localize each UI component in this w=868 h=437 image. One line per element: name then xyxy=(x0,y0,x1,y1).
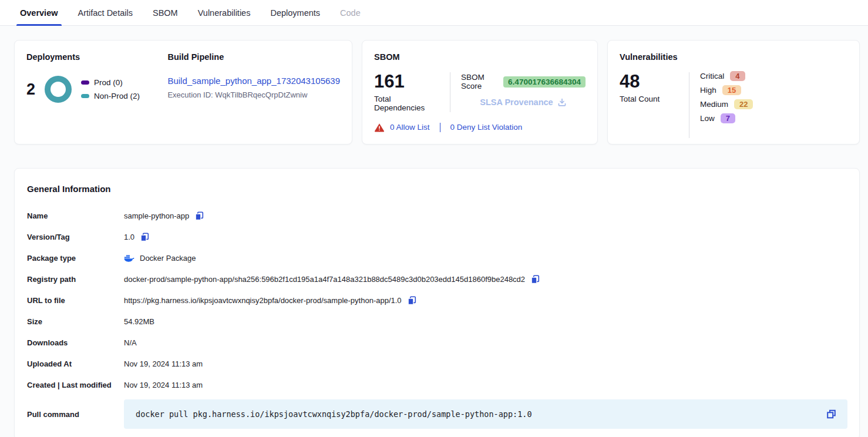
sbom-card: SBOM 161 Total Dependencies SBOM Score 6… xyxy=(362,40,598,144)
docker-icon xyxy=(124,254,134,263)
info-row-size: Size 54.92MB xyxy=(27,315,847,328)
legend-item-nonprod: Non-Prod (2) xyxy=(81,92,140,100)
tab-vulnerabilities-label: Vulnerabilities xyxy=(198,8,251,18)
severity-critical-label: Critical xyxy=(700,72,724,80)
severity-row-medium: Medium 22 xyxy=(700,99,753,109)
copy-registry-path-button[interactable] xyxy=(530,274,540,284)
created-modified-label: Created | Last modified xyxy=(27,381,124,389)
deployments-donut-chart xyxy=(45,76,72,103)
severity-high-badge: 15 xyxy=(722,85,741,95)
severity-row-critical: Critical 4 xyxy=(700,71,753,81)
severity-medium-badge: 22 xyxy=(734,99,753,109)
severity-low-label: Low xyxy=(700,114,715,123)
deployments-title: Deployments xyxy=(26,52,167,62)
url-to-file-label: URL to file xyxy=(27,296,124,305)
copy-name-button[interactable] xyxy=(194,211,204,221)
vulnerabilities-total: 48 xyxy=(620,71,678,92)
info-row-pull-command: Pull command docker pull pkg.harness.io/… xyxy=(27,399,847,429)
tab-deployments[interactable]: Deployments xyxy=(269,0,321,25)
legend-item-prod: Prod (0) xyxy=(81,78,140,87)
deployments-card: Deployments 2 Prod (0) Non-Prod (2) Buil… xyxy=(14,40,352,144)
info-row-version: Version/Tag 1.0 xyxy=(27,230,847,244)
sbom-total-label: Total Dependencies xyxy=(374,95,439,112)
info-row-registry-path: Registry path docker-prod/sample-python-… xyxy=(27,273,847,286)
severity-low-badge: 7 xyxy=(721,113,735,123)
nonprod-legend-label: Non-Prod (2) xyxy=(94,92,140,100)
tab-overview-label: Overview xyxy=(20,8,58,18)
name-value: sample-python-app xyxy=(124,211,189,220)
allow-list-link[interactable]: 0 Allow List xyxy=(390,123,430,132)
registry-path-value: docker-prod/sample-python-app/sha256:596… xyxy=(124,275,525,284)
nonprod-legend-swatch xyxy=(81,94,89,98)
slsa-provenance-link[interactable]: SLSA Provenance xyxy=(461,98,586,107)
downloads-label: Downloads xyxy=(27,338,124,347)
info-row-uploaded-at: Uploaded At Nov 19, 2024 11:13 am xyxy=(27,357,847,371)
build-pipeline-title: Build Pipeline xyxy=(167,52,340,62)
tab-sbom[interactable]: SBOM xyxy=(152,0,179,25)
summary-cards-row: Deployments 2 Prod (0) Non-Prod (2) Buil… xyxy=(0,26,868,144)
sbom-divider xyxy=(450,72,450,112)
tab-artifact-details[interactable]: Artifact Details xyxy=(77,0,134,25)
size-label: Size xyxy=(27,317,124,326)
deployments-legend: Prod (0) Non-Prod (2) xyxy=(81,78,140,100)
deployments-section: Deployments 2 Prod (0) Non-Prod (2) xyxy=(26,52,167,132)
deny-list-link[interactable]: 0 Deny List Violation xyxy=(450,123,523,132)
sbom-total: 161 xyxy=(374,71,439,92)
size-value: 54.92MB xyxy=(124,317,154,326)
deployments-total: 2 xyxy=(26,80,35,99)
sbom-total-block: 161 Total Dependencies xyxy=(374,71,439,112)
vulnerabilities-divider xyxy=(689,72,689,138)
severity-list: Critical 4 High 15 Medium 22 Low 7 xyxy=(700,71,753,123)
info-row-name: Name sample-python-app xyxy=(27,209,847,223)
uploaded-at-value: Nov 19, 2024 11:13 am xyxy=(124,359,203,368)
tab-sbom-label: SBOM xyxy=(153,8,178,18)
copy-url-button[interactable] xyxy=(407,295,417,305)
vulnerabilities-total-block: 48 Total Count xyxy=(620,71,678,103)
created-modified-value: Nov 19, 2024 11:13 am xyxy=(124,381,203,389)
copy-version-button[interactable] xyxy=(140,232,150,242)
vulnerabilities-total-label: Total Count xyxy=(620,95,678,103)
severity-high-label: High xyxy=(700,86,716,95)
pull-command-value: docker pull pkg.harness.io/ikpsjoavtcwxn… xyxy=(136,409,532,419)
tab-artifact-details-label: Artifact Details xyxy=(78,8,133,18)
info-row-downloads: Downloads N/A xyxy=(27,336,847,349)
vulnerabilities-card: Vulnerabilities 48 Total Count Critical … xyxy=(607,40,860,144)
sbom-score-label: SBOM Score xyxy=(461,73,499,90)
sbom-score-badge: 6.470017636684304 xyxy=(503,76,586,88)
tab-code-label: Code xyxy=(340,8,361,18)
tab-overview[interactable]: Overview xyxy=(19,0,59,25)
severity-critical-badge: 4 xyxy=(730,71,745,81)
download-icon xyxy=(557,98,567,107)
severity-medium-label: Medium xyxy=(700,100,728,109)
downloads-value: N/A xyxy=(124,338,137,347)
slsa-provenance-label: SLSA Provenance xyxy=(480,98,553,107)
allow-deny-separator xyxy=(440,123,440,132)
name-label: Name xyxy=(27,211,124,220)
url-to-file-value: https://pkg.harness.io/ikpsjoavtcwxnqisy… xyxy=(124,296,402,305)
package-type-label: Package type xyxy=(27,254,124,263)
version-tag-label: Version/Tag xyxy=(27,233,124,241)
sbom-title: SBOM xyxy=(374,52,586,62)
severity-row-high: High 15 xyxy=(700,85,753,95)
pipeline-link[interactable]: Build_sample_python_app_1732043105639 xyxy=(167,76,340,86)
vulnerabilities-title: Vulnerabilities xyxy=(620,52,847,62)
warning-triangle-icon xyxy=(374,123,385,132)
info-row-url: URL to file https://pkg.harness.io/ikpsj… xyxy=(27,294,847,307)
general-information-card: General Information Name sample-python-a… xyxy=(14,168,860,437)
pull-command-label: Pull command xyxy=(27,410,124,419)
registry-path-label: Registry path xyxy=(27,275,124,284)
tab-deployments-label: Deployments xyxy=(270,8,320,18)
tab-bar: Overview Artifact Details SBOM Vulnerabi… xyxy=(0,0,868,26)
prod-legend-label: Prod (0) xyxy=(94,78,123,87)
copy-pull-command-button[interactable] xyxy=(826,409,837,420)
info-row-created-modified: Created | Last modified Nov 19, 2024 11:… xyxy=(27,378,847,392)
execution-id: Execution ID: WqkTilbBRqecQrpDtZwniw xyxy=(167,90,340,99)
tab-vulnerabilities[interactable]: Vulnerabilities xyxy=(197,0,252,25)
pull-command-box: docker pull pkg.harness.io/ikpsjoavtcwxn… xyxy=(124,399,847,429)
build-pipeline-section: Build Pipeline Build_sample_python_app_1… xyxy=(167,52,340,132)
tab-code: Code xyxy=(339,0,362,25)
uploaded-at-label: Uploaded At xyxy=(27,359,124,368)
info-row-package-type: Package type Docker Package xyxy=(27,251,847,265)
prod-legend-swatch xyxy=(81,80,89,85)
package-type-value: Docker Package xyxy=(140,254,196,263)
